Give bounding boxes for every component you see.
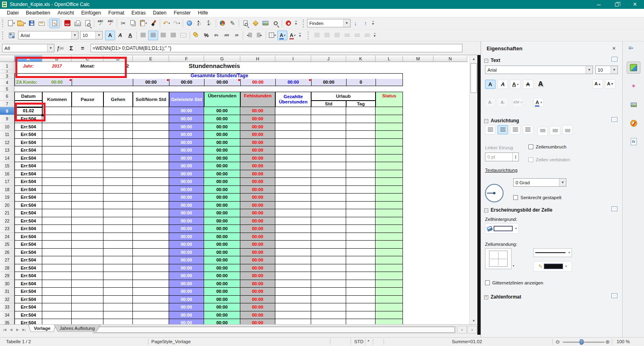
scroll-left-icon[interactable]: ‹ — [457, 326, 467, 334]
cell-E21[interactable] — [133, 209, 169, 217]
cell-I8[interactable] — [275, 107, 311, 115]
row-header-27[interactable]: 27 — [0, 256, 14, 264]
cell-K19[interactable] — [346, 194, 376, 202]
header-kommen[interactable]: Kommen — [42, 92, 72, 107]
cell-I35[interactable] — [275, 319, 311, 324]
cell-H22[interactable]: 00:00 — [240, 217, 275, 225]
cell-A16[interactable]: Err:504 — [14, 170, 42, 178]
align-center-button[interactable] — [148, 31, 158, 40]
sidebar-splitter[interactable] — [477, 55, 481, 335]
row-header-7[interactable]: 7 — [0, 101, 14, 107]
row-header-29[interactable]: 29 — [0, 272, 14, 280]
cell-F31[interactable]: 00:00 — [169, 288, 204, 296]
cell-A25[interactable]: Err:504 — [14, 241, 42, 249]
row-header-34[interactable]: 34 — [0, 311, 14, 319]
cell-I21[interactable] — [275, 209, 311, 217]
cell-G26[interactable]: 00:00 — [204, 249, 240, 257]
cell-E14[interactable] — [133, 154, 169, 163]
sum-icon[interactable]: Σ — [66, 44, 76, 53]
cell-C18[interactable] — [72, 186, 103, 194]
cell-F27[interactable]: 00:00 — [169, 256, 204, 264]
dropdown-arrow-icon[interactable]: ▾ — [179, 22, 180, 25]
cell-J25[interactable] — [311, 241, 346, 249]
row-header-6[interactable]: 6 — [0, 92, 14, 101]
cell-I29[interactable] — [275, 272, 311, 280]
cell-H13[interactable]: 00:00 — [240, 146, 275, 154]
cell-A23[interactable]: Err:504 — [14, 225, 42, 233]
cell-G18[interactable]: 00:00 — [204, 186, 240, 194]
cell-H29[interactable]: 00:00 — [240, 272, 275, 280]
sheet-tab-vorlage[interactable]: Vorlage — [28, 325, 56, 333]
cell-G27[interactable]: 00:00 — [204, 256, 240, 264]
cell-C16[interactable] — [72, 170, 103, 178]
cell-B32[interactable] — [42, 296, 72, 304]
row-header-2[interactable]: 2 — [0, 70, 14, 73]
cell-E23[interactable] — [133, 225, 169, 233]
chevron-down-icon[interactable]: ▼ — [71, 31, 78, 39]
delete-decimal-button[interactable]: .00 — [231, 31, 242, 40]
cell-J16[interactable] — [311, 170, 346, 178]
cell-K22[interactable] — [346, 217, 376, 225]
cell-J8[interactable] — [311, 107, 346, 115]
cell-A29[interactable]: Err:504 — [14, 272, 42, 280]
font-color-button[interactable]: A▾ — [287, 31, 297, 40]
cell-K24[interactable] — [346, 233, 376, 241]
save-button[interactable] — [27, 19, 37, 28]
find-combo[interactable]: Finden▼ — [307, 19, 351, 27]
scroll-right-icon[interactable]: › — [467, 326, 477, 334]
undo-button[interactable]: ↶▾ — [161, 19, 171, 28]
cell-D30[interactable] — [103, 280, 133, 288]
toolbar-overflow-icon[interactable]: ▾ — [374, 33, 376, 38]
cell-I24[interactable] — [275, 233, 311, 241]
sidebar-menu-icon[interactable]: ≡▾ — [628, 45, 633, 51]
cell-G8[interactable]: 00:00 — [204, 107, 240, 115]
row-header-35[interactable]: 35 — [0, 319, 14, 324]
cell-K10[interactable] — [346, 123, 376, 131]
find-up-button[interactable]: ↑ — [361, 19, 371, 28]
cell-J9[interactable] — [311, 115, 346, 123]
menu-item-fenster[interactable]: Fenster — [170, 9, 194, 16]
panel-menu-icon[interactable]: ⋯ — [611, 293, 617, 298]
cell-J13[interactable] — [311, 146, 346, 154]
cell-E22[interactable] — [133, 217, 169, 225]
cell-I4-summary[interactable]: 00:00 — [275, 79, 311, 86]
cell-E17[interactable] — [133, 178, 169, 186]
row-header-11[interactable]: 11 — [0, 131, 14, 139]
row-header-5[interactable]: 5 — [0, 86, 14, 92]
cell-J35[interactable] — [311, 319, 346, 324]
cell-K13[interactable] — [346, 146, 376, 154]
center-vertically-button[interactable] — [550, 126, 560, 135]
cell-L14[interactable] — [376, 154, 403, 163]
add-decimal-button[interactable]: .000 — [221, 31, 231, 40]
cell-H20[interactable]: 00:00 — [240, 202, 275, 210]
cell-I26[interactable] — [275, 249, 311, 257]
row-header-9[interactable]: 9 — [0, 115, 14, 123]
cell-J31[interactable] — [311, 288, 346, 296]
cell-B23[interactable] — [42, 225, 72, 233]
cell-F24[interactable]: 00:00 — [169, 233, 204, 241]
cell-D24[interactable] — [103, 233, 133, 241]
cell-E34[interactable] — [133, 311, 169, 319]
align-right-button[interactable] — [158, 31, 168, 40]
column-header-K[interactable]: K — [346, 56, 376, 62]
cell-E29[interactable] — [133, 272, 169, 280]
cell-G11[interactable]: 00:00 — [204, 131, 240, 139]
cell-A21[interactable]: Err:504 — [14, 209, 42, 217]
cell-B12[interactable] — [42, 139, 72, 147]
row-header-17[interactable]: 17 — [0, 178, 14, 186]
merge-cells-checkbox[interactable]: Zellen verbinden — [528, 157, 570, 162]
chevron-down-icon[interactable]: ▾ — [568, 251, 570, 254]
cell-L23[interactable] — [376, 225, 403, 233]
cell-A4-za-konto-label[interactable]: ZA Konto: — [15, 79, 42, 86]
cell-E15[interactable] — [133, 162, 169, 170]
cell-J14[interactable] — [311, 154, 346, 163]
cell-A18[interactable]: Err:504 — [14, 186, 42, 194]
cell-C19[interactable] — [72, 194, 103, 202]
cell-F12[interactable]: 00:00 — [169, 139, 204, 147]
cell-A9[interactable]: Err:504 — [14, 115, 42, 123]
header-pause[interactable]: Pause — [72, 92, 103, 107]
cell-H15[interactable]: 00:00 — [240, 162, 275, 170]
cell-I22[interactable] — [275, 217, 311, 225]
cell-K34[interactable] — [346, 311, 376, 319]
cell-E27[interactable] — [133, 256, 169, 264]
